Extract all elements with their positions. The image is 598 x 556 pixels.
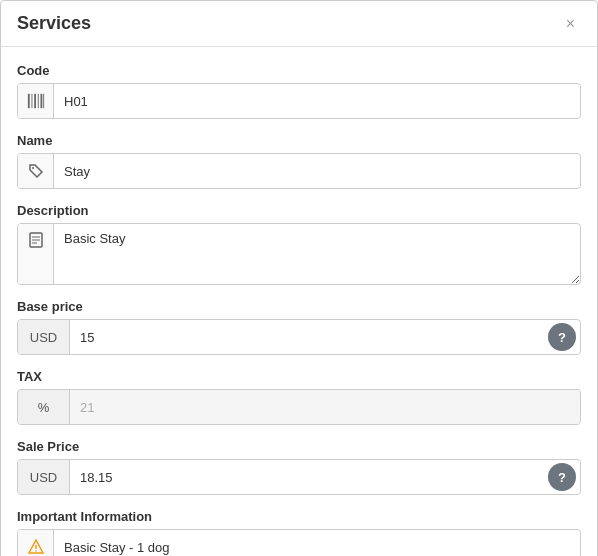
base-price-currency: USD <box>18 320 70 354</box>
svg-rect-0 <box>27 94 29 108</box>
base-price-input-wrapper: USD ? <box>17 319 581 355</box>
code-label: Code <box>17 63 581 78</box>
services-modal: Services × Code <box>0 0 598 556</box>
description-input-wrapper: Basic Stay <box>17 223 581 285</box>
name-input-wrapper <box>17 153 581 189</box>
sale-price-input[interactable] <box>70 460 544 494</box>
svg-rect-1 <box>31 94 32 108</box>
description-label: Description <box>17 203 581 218</box>
important-info-input[interactable] <box>54 530 580 556</box>
tax-field-group: TAX % <box>17 369 581 425</box>
important-info-input-wrapper <box>17 529 581 556</box>
base-price-field-group: Base price USD ? <box>17 299 581 355</box>
sale-price-label: Sale Price <box>17 439 581 454</box>
svg-rect-2 <box>34 94 36 108</box>
name-label: Name <box>17 133 581 148</box>
code-field-group: Code <box>17 63 581 119</box>
name-input[interactable] <box>54 154 580 188</box>
name-field-group: Name <box>17 133 581 189</box>
tax-label: TAX <box>17 369 581 384</box>
tag-icon <box>18 154 54 188</box>
description-textarea[interactable]: Basic Stay <box>54 224 580 284</box>
svg-rect-3 <box>37 94 38 108</box>
barcode-icon <box>18 84 54 118</box>
tax-prefix: % <box>18 390 70 424</box>
svg-rect-5 <box>43 94 44 108</box>
modal-header: Services × <box>1 1 597 47</box>
description-field-group: Description Basic Stay <box>17 203 581 285</box>
tax-input-wrapper: % <box>17 389 581 425</box>
base-price-help-button[interactable]: ? <box>548 323 576 351</box>
base-price-input[interactable] <box>70 320 544 354</box>
tax-input <box>70 390 580 424</box>
svg-rect-4 <box>40 94 42 108</box>
code-input-wrapper <box>17 83 581 119</box>
code-input[interactable] <box>54 84 580 118</box>
modal-body: Code Name <box>1 47 597 556</box>
warning-icon <box>18 530 54 556</box>
sale-price-help-button[interactable]: ? <box>548 463 576 491</box>
modal-title: Services <box>17 13 91 34</box>
base-price-label: Base price <box>17 299 581 314</box>
svg-point-12 <box>35 550 37 552</box>
sale-price-currency: USD <box>18 460 70 494</box>
sale-price-input-wrapper: USD ? <box>17 459 581 495</box>
important-info-field-group: Important Information <box>17 509 581 556</box>
important-info-label: Important Information <box>17 509 581 524</box>
sale-price-field-group: Sale Price USD ? <box>17 439 581 495</box>
svg-point-6 <box>32 167 34 169</box>
document-icon <box>18 224 54 284</box>
close-button[interactable]: × <box>560 14 581 34</box>
